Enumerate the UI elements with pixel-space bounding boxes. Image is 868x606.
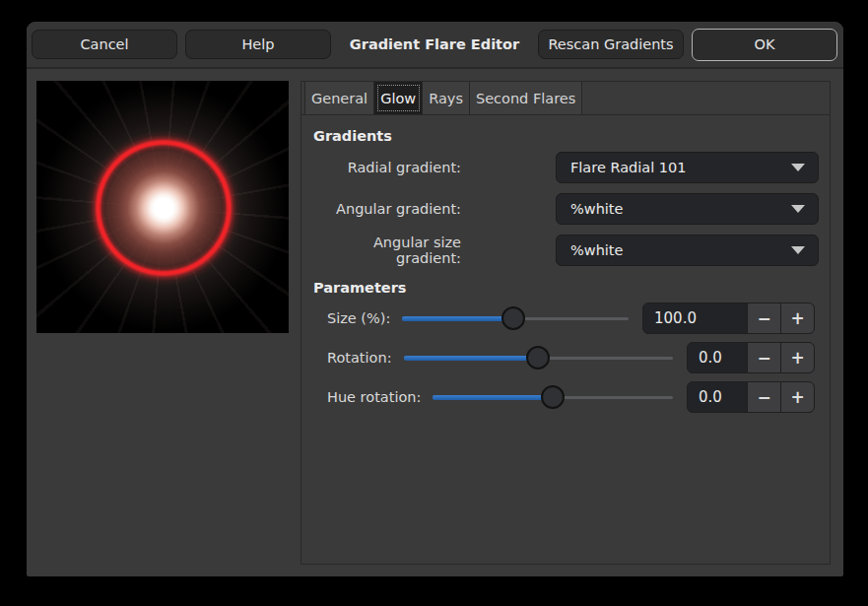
help-button[interactable]: Help <box>185 30 331 59</box>
dialog-title: Gradient Flare Editor <box>331 36 538 52</box>
size-label: Size (%): <box>327 310 390 326</box>
glow-tab-panel: Gradients Radial gradient: Flare Radial … <box>301 128 830 412</box>
radial-gradient-select[interactable]: Flare Radial 101 <box>556 152 819 183</box>
minus-icon: − <box>757 308 770 328</box>
chevron-down-icon <box>791 246 805 254</box>
plus-icon: + <box>790 348 804 368</box>
chevron-down-icon <box>791 205 805 213</box>
hue-rotation-spinbox: 0.0 − + <box>687 381 815 413</box>
tab-second-flares[interactable]: Second Flares <box>470 82 582 114</box>
tab-glow[interactable]: Glow <box>374 82 423 114</box>
hue-rotation-label: Hue rotation: <box>327 389 421 405</box>
hue-rotation-value-field[interactable]: 0.0 <box>688 382 747 412</box>
angular-size-gradient-row: Angular size gradient: %white <box>313 235 819 266</box>
ok-button[interactable]: OK <box>692 29 837 61</box>
radial-gradient-label: Radial gradient: <box>313 160 461 175</box>
rotation-spinbox: 0.0 − + <box>687 342 815 373</box>
size-decrement-button[interactable]: − <box>747 303 780 333</box>
hue-rotation-decrement-button[interactable]: − <box>747 382 780 412</box>
angular-size-gradient-select[interactable]: %white <box>556 235 819 266</box>
rotation-label: Rotation: <box>327 350 392 366</box>
angular-size-gradient-value: %white <box>570 242 623 258</box>
flare-preview <box>36 81 289 333</box>
hue-rotation-row: Hue rotation: 0.0 − + <box>301 382 815 412</box>
angular-gradient-value: %white <box>570 201 623 217</box>
tab-general[interactable]: General <box>304 82 374 114</box>
rotation-slider-knob[interactable] <box>526 346 550 370</box>
cancel-button[interactable]: Cancel <box>32 30 177 59</box>
chevron-down-icon <box>791 164 805 171</box>
angular-gradient-row: Angular gradient: %white <box>313 193 819 225</box>
size-spinbox: 100.0 − + <box>642 303 815 334</box>
rotation-decrement-button[interactable]: − <box>747 343 780 372</box>
tab-bar: General Glow Rays Second Flares <box>301 82 830 115</box>
size-increment-button[interactable]: + <box>780 303 814 333</box>
angular-size-gradient-label: Angular size gradient: <box>313 235 461 266</box>
size-slider-knob[interactable] <box>501 306 525 330</box>
hue-rotation-increment-button[interactable]: + <box>780 382 814 412</box>
size-value-field[interactable]: 100.0 <box>643 303 747 333</box>
tab-rays[interactable]: Rays <box>423 82 470 114</box>
plus-icon: + <box>790 308 804 328</box>
rescan-gradients-button[interactable]: Rescan Gradients <box>538 30 684 59</box>
minus-icon: − <box>757 348 770 368</box>
dialog-header: Cancel Help Gradient Flare Editor Rescan… <box>27 22 843 69</box>
parameters-heading: Parameters <box>313 280 830 298</box>
size-row: Size (%): 100.0 − + <box>301 303 815 333</box>
angular-gradient-label: Angular gradient: <box>313 201 461 217</box>
radial-gradient-value: Flare Radial 101 <box>570 160 687 175</box>
hue-rotation-slider[interactable] <box>433 382 673 412</box>
rotation-value-field[interactable]: 0.0 <box>688 343 747 372</box>
rotation-increment-button[interactable]: + <box>780 343 814 372</box>
minus-icon: − <box>757 387 770 407</box>
flare-preview-image <box>36 81 289 333</box>
rotation-slider[interactable] <box>404 343 673 372</box>
rotation-slider-fill <box>404 356 539 361</box>
gradient-flare-editor-window: Cancel Help Gradient Flare Editor Rescan… <box>27 22 843 576</box>
hue-rotation-slider-fill <box>433 395 553 400</box>
plus-icon: + <box>790 387 804 407</box>
angular-gradient-select[interactable]: %white <box>556 193 819 225</box>
size-slider-fill <box>402 316 513 321</box>
radial-gradient-row: Radial gradient: Flare Radial 101 <box>313 152 819 183</box>
rotation-row: Rotation: 0.0 − + <box>301 343 815 372</box>
dialog-content: General Glow Rays Second Flares Gradient… <box>27 69 843 574</box>
settings-notebook: General Glow Rays Second Flares Gradient… <box>300 81 831 565</box>
size-slider[interactable] <box>402 303 629 333</box>
gradients-heading: Gradients <box>313 128 830 146</box>
hue-rotation-slider-knob[interactable] <box>541 385 565 409</box>
